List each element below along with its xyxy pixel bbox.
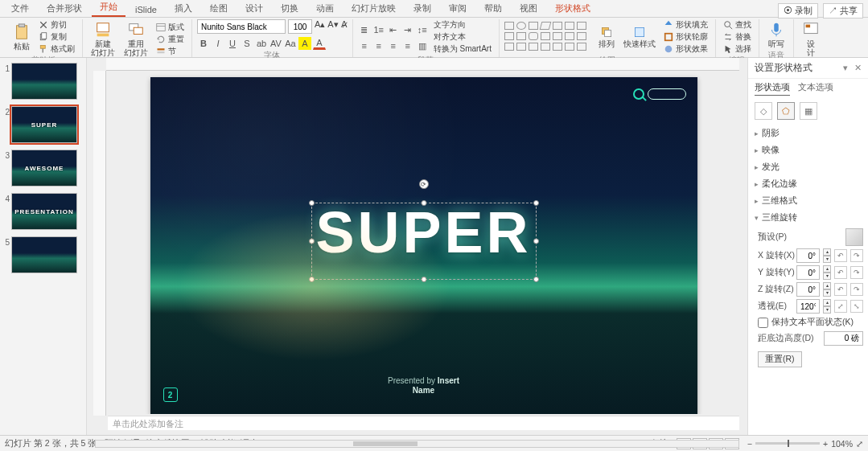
shape-gallery[interactable] [504,22,593,52]
handle-ne[interactable] [533,200,539,206]
preset-swatch[interactable] [845,228,863,246]
handle-nw[interactable] [309,200,315,206]
zrot-up[interactable]: ▴ [823,282,831,289]
new-slide-button[interactable]: 新建 幻灯片 [88,19,118,59]
arrange-button[interactable]: 排列 [595,24,618,50]
h-scrollbar[interactable] [95,440,739,449]
thumbnail[interactable]: SUPER [11,106,77,143]
persp-down[interactable]: ▾ [823,306,831,314]
yrot-input[interactable] [796,265,820,280]
selection-box[interactable]: ⟳ [311,203,537,280]
share-button[interactable]: ↗ 共享 [823,3,863,18]
reset-button[interactable]: 重置 [154,34,187,45]
yrot-right-icon[interactable]: ↷ [850,266,863,279]
text-direction-button[interactable]: 文字方向 [431,19,494,31]
handle-n[interactable] [421,200,426,206]
handle-w[interactable] [309,239,315,244]
reset-3d-button[interactable]: 重置(R) [758,351,802,367]
handle-sw[interactable] [309,277,315,282]
align-left-button[interactable]: ≡ [358,39,371,52]
thumbnail[interactable] [11,236,77,273]
strike-button[interactable]: S [241,37,253,50]
section-button[interactable]: 节 [154,46,187,57]
persp-input[interactable] [796,299,820,314]
persp-up[interactable]: ▴ [823,299,831,306]
thumbnail[interactable] [11,63,77,100]
tab-0[interactable]: 文件 [3,0,37,17]
tab-4[interactable]: 插入 [167,0,200,17]
layout-button[interactable]: 版式 [154,22,187,33]
acc-3dformat[interactable]: 三维格式 [753,192,863,209]
persp-narrow-icon[interactable]: ⤢ [834,300,847,313]
tab-13[interactable]: 视图 [512,0,545,17]
shrink-font-button[interactable]: A▾ [327,19,338,34]
pane-close-icon[interactable]: ✕ [854,63,862,73]
zoom-level[interactable]: 104% [831,439,853,449]
xrot-input[interactable] [796,248,820,263]
underline-button[interactable]: U [226,37,239,50]
shadow-button[interactable]: ab [255,37,268,50]
dist-input[interactable] [824,331,863,346]
tab-3[interactable]: iSlide [127,2,165,17]
replace-button[interactable]: 替换 [721,31,754,43]
indent-inc-button[interactable]: ⇥ [401,23,414,36]
copy-button[interactable]: 复制 [36,31,77,43]
zoom-out-button[interactable]: − [747,439,752,449]
tab-9[interactable]: 幻灯片放映 [343,0,404,17]
slide-title[interactable]: SUPER [315,199,531,265]
tab-text-options[interactable]: 文本选项 [798,82,833,96]
format-painter-button[interactable]: 格式刷 [36,43,77,55]
handle-s[interactable] [421,277,426,282]
tab-12[interactable]: 帮助 [476,0,510,17]
acc-glow[interactable]: 发光 [753,158,863,175]
tab-2[interactable]: 开始 [92,0,125,17]
zoom-in-button[interactable]: + [823,439,828,449]
align-center-button[interactable]: ≡ [372,39,385,52]
yrot-down[interactable]: ▾ [823,273,831,280]
handle-e[interactable] [533,239,539,244]
fill-line-icon[interactable]: ◇ [755,102,772,120]
font-size-input[interactable] [288,19,312,34]
quickstyle-button[interactable]: 快速样式 [620,24,659,50]
zrot-left-icon[interactable]: ↶ [834,283,847,296]
xrot-up[interactable]: ▴ [823,248,831,256]
shape-effects-button[interactable]: 形状效果 [661,43,710,55]
slide[interactable]: SUPER ⟳ Presented by InsertName 2 [150,77,697,414]
thumbnail[interactable]: PRESENTATION [11,193,77,230]
spacing-button[interactable]: AV [269,37,282,50]
yrot-up[interactable]: ▴ [823,265,831,273]
columns-button[interactable]: ▥ [416,39,429,52]
zrot-down[interactable]: ▾ [823,289,831,297]
grow-font-button[interactable]: A▴ [315,19,325,34]
keep-flat-checkbox[interactable] [758,318,768,328]
tab-1[interactable]: 合并形状 [39,0,90,17]
shape-fill-button[interactable]: 形状填充 [661,19,710,31]
tab-6[interactable]: 设计 [237,0,271,17]
indent-dec-button[interactable]: ⇤ [387,23,400,36]
italic-button[interactable]: I [212,37,224,50]
tab-shape-options[interactable]: 形状选项 [755,82,790,96]
persp-wide-icon[interactable]: ⤡ [850,300,863,313]
clear-format-button[interactable]: A̷ [341,19,348,34]
justify-button[interactable]: ≡ [401,39,414,52]
record-button[interactable]: ⦿ 录制 [778,3,818,18]
thumbnail[interactable]: AWESOME [11,150,77,187]
acc-3drotation[interactable]: 三维旋转 [753,209,863,226]
bold-button[interactable]: B [197,37,210,50]
zrot-input[interactable] [796,282,820,297]
acc-soft[interactable]: 柔化边缘 [753,175,863,192]
bullets-button[interactable]: ≣ [358,23,371,36]
fit-button[interactable]: ⤢ [856,439,863,449]
pane-dropdown-icon[interactable]: ▾ [843,63,848,73]
tab-8[interactable]: 动画 [308,0,342,17]
smartart-button[interactable]: 转换为 SmartArt [431,43,494,55]
notes-pane[interactable]: 单击此处添加备注 [108,416,739,430]
xrot-down[interactable]: ▾ [823,256,831,263]
tab-10[interactable]: 录制 [405,0,439,17]
effects-icon[interactable]: ⬠ [777,102,795,120]
tab-5[interactable]: 绘图 [202,0,236,17]
zrot-right-icon[interactable]: ↷ [850,283,863,296]
tab-7[interactable]: 切换 [273,0,306,17]
shape-outline-button[interactable]: 形状轮廓 [661,31,710,43]
xrot-right-icon[interactable]: ↷ [850,249,863,262]
